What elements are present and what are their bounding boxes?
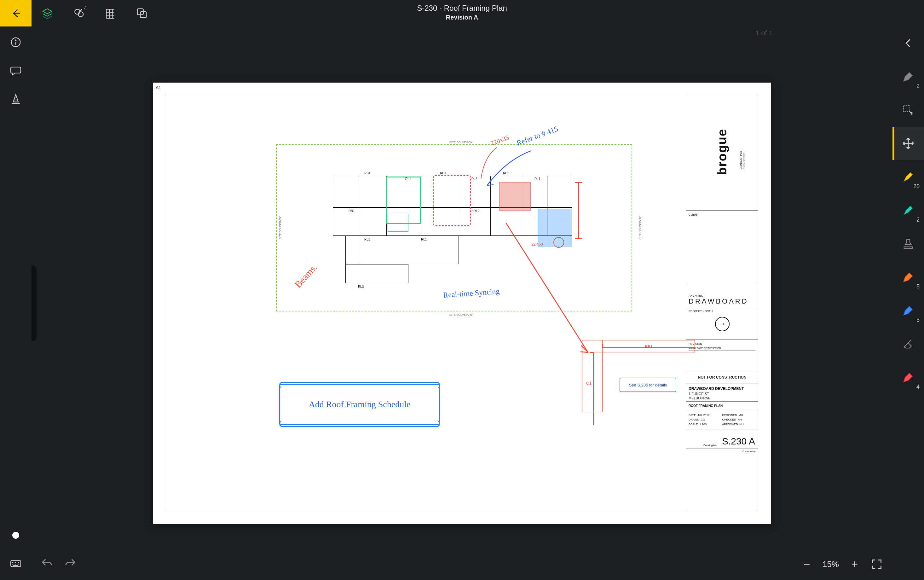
revision-label: REVISION	[689, 342, 756, 346]
meta-drawn-v: CG	[701, 418, 705, 421]
pen-tool-blue[interactable]: 5	[893, 294, 924, 327]
select-tool[interactable]	[893, 93, 924, 127]
boundary-label-left: SITE BOUNDARY	[279, 216, 282, 239]
pen-icon	[902, 371, 914, 384]
layers-button[interactable]	[31, 0, 63, 26]
beam-label: RB1	[364, 171, 370, 175]
pen-icon	[902, 271, 914, 283]
eraser-icon	[902, 338, 914, 350]
pen-blue-count: 5	[916, 317, 919, 323]
highlighter-teal[interactable]: 2	[893, 194, 924, 227]
compare-button[interactable]	[126, 0, 158, 26]
edge-pull-handle[interactable]	[31, 265, 36, 341]
pen-red-count: 4	[916, 384, 919, 390]
back-button[interactable]	[0, 0, 31, 26]
grid-button[interactable]	[95, 0, 126, 26]
grid-icon	[104, 7, 116, 19]
pen-tool-grey[interactable]: 2	[893, 60, 924, 93]
expand-icon	[871, 559, 883, 570]
collapse-toolbar-button[interactable]	[893, 26, 924, 60]
highlighter-icon	[902, 171, 914, 183]
beam-label: RL1	[405, 177, 411, 181]
beam-label: RB1	[349, 209, 355, 213]
project-name: DRAWBOARD DEVELOPMENT	[689, 386, 756, 392]
info-icon	[10, 36, 22, 48]
dot-icon	[12, 532, 19, 539]
pen-orange-count: 5	[916, 283, 919, 290]
copyright: © BROGUE	[686, 449, 758, 455]
highlighter-icon	[902, 204, 914, 217]
chevron-left-icon	[902, 37, 914, 49]
markup-blue-arrow	[481, 148, 550, 195]
meta-chk-l: CHECKED	[722, 418, 736, 421]
meta-chk-v: NH	[738, 418, 742, 421]
stamp-tool[interactable]	[893, 227, 924, 260]
beam-label: RL1	[421, 238, 427, 241]
svg-point-1	[78, 12, 83, 17]
right-toolbar: 2 20 2 5 5 4	[893, 26, 924, 580]
arrow-left-icon	[10, 8, 21, 18]
color-indicator[interactable]	[9, 528, 23, 542]
boundary-label-top: SITE BOUNDARY	[449, 140, 472, 144]
meta-des-v: MH	[739, 414, 743, 417]
keyboard-button[interactable]	[9, 557, 23, 570]
pen-grey-count: 2	[916, 83, 919, 89]
highlighter-yellow[interactable]: 20	[893, 160, 924, 194]
zoom-out-button[interactable]: −	[801, 558, 813, 570]
canvas-area[interactable]: 1 of 1 A1 brogue CONSULTING ENGINEERS CL…	[31, 26, 893, 580]
meta-appr-v: NH	[740, 423, 744, 426]
redo-button[interactable]	[64, 557, 76, 570]
annotation-cloud-note[interactable]: Add Roof Framing Schedule	[279, 384, 440, 425]
redo-icon	[64, 557, 76, 569]
title-block: brogue CONSULTING ENGINEERS CLIENT ARCHI…	[686, 94, 758, 511]
annotation-callout-text: See S.235 for details	[629, 383, 667, 387]
punch-button[interactable]	[9, 92, 23, 106]
layers-icon	[41, 7, 53, 19]
document-revision: Revision A	[417, 14, 507, 21]
north-label: PROJECT NORTH	[689, 310, 712, 313]
beam-label: RL1	[364, 238, 370, 241]
issues-icon	[73, 7, 85, 19]
not-for-construction: NOT FOR CONSTRUCTION	[686, 371, 758, 384]
sheet-number: S.230 A	[722, 436, 755, 447]
svg-rect-7	[904, 105, 910, 112]
top-bar: 4 S-230 - Roof Framing Plan Revision A	[0, 0, 924, 26]
pen-tool-red[interactable]: 4	[893, 361, 924, 394]
drawing-page[interactable]: A1 brogue CONSULTING ENGINEERS CLIENT AR…	[153, 82, 771, 524]
annotation-cloud-text: Add Roof Framing Schedule	[309, 399, 411, 409]
boundary-label-bottom: SITE BOUNDARY	[449, 313, 472, 316]
architect-logo: DRAWBOARD	[689, 297, 756, 305]
info-button[interactable]	[9, 35, 23, 49]
revision-columns: MARK DATE DESCRIPTION	[689, 347, 756, 351]
eraser-tool[interactable]	[893, 327, 924, 361]
markup-red-arrow[interactable]	[550, 220, 551, 353]
stamp-icon	[902, 237, 914, 250]
sheet-size-label: A1	[156, 85, 161, 90]
annotation-callout[interactable]: See S.235 for details	[620, 377, 676, 392]
comments-button[interactable]	[9, 64, 23, 77]
issues-button[interactable]: 4	[63, 0, 95, 26]
firm-subtitle: CONSULTING ENGINEERS	[740, 143, 746, 170]
meta-des-l: DESIGNED	[722, 414, 737, 417]
beam-label: RL2	[472, 177, 477, 181]
undo-button[interactable]	[41, 557, 53, 570]
issues-count: 4	[84, 5, 87, 12]
keyboard-icon	[10, 558, 22, 570]
pen-tool-orange[interactable]: 5	[893, 260, 924, 294]
drawing-title: ROOF FRAMING PLAN	[686, 402, 758, 411]
firm-logo: brogue	[715, 129, 729, 175]
annotation-refer[interactable]: Refer to # 415	[516, 125, 559, 148]
move-icon	[902, 137, 914, 150]
meta-date-v: JUL 2016	[697, 414, 709, 417]
boundary-label-right: SITE BOUNDARY	[638, 216, 642, 239]
zoom-in-button[interactable]: +	[848, 558, 861, 570]
markup-red-dim-cap	[575, 182, 582, 183]
plan-area: SITE BOUNDARY SITE BOUNDARY SITE BOUNDAR…	[166, 94, 686, 511]
compare-icon	[136, 7, 148, 19]
zoom-fit-button[interactable]	[870, 558, 883, 570]
svg-point-0	[75, 9, 80, 14]
north-arrow-icon: →	[715, 317, 730, 331]
pan-tool[interactable]	[893, 127, 924, 160]
meta-scale-v: 1:100	[700, 423, 707, 426]
sheet-label: Drawing No.	[704, 444, 717, 447]
